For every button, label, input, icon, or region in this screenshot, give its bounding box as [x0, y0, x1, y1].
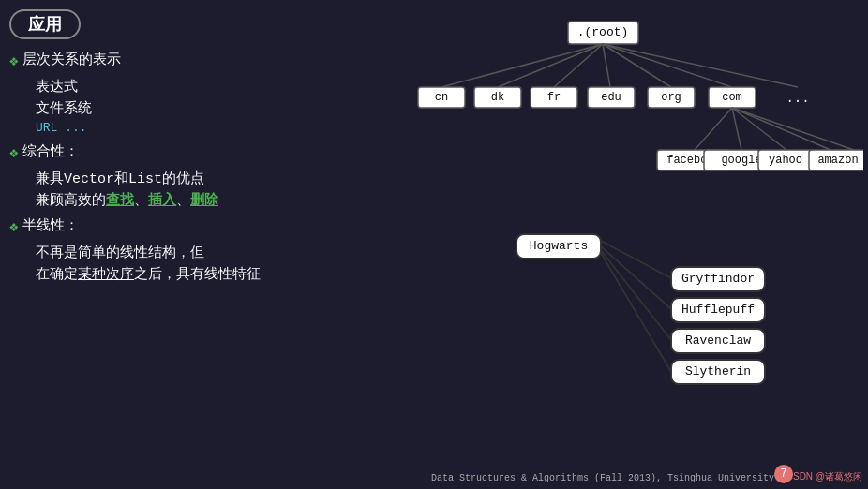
tree-diagram: .(root) cn dk fr	[404, 5, 863, 482]
root-node-text: .(root)	[577, 25, 629, 39]
highlight-delete: 删除	[190, 193, 218, 209]
svg-line-2	[498, 44, 603, 87]
svg-line-25	[601, 246, 671, 309]
footer-text: Data Structures & Algorithms (Fall 2013)…	[431, 473, 774, 483]
ravenclaw-node: Ravenclaw	[685, 333, 751, 348]
l2-google: google	[721, 154, 761, 167]
bullet-1: ❖ 层次关系的表示	[9, 51, 403, 70]
svg-line-5	[603, 44, 671, 87]
slide: 应用 ❖ 层次关系的表示 表达式 文件系统 URL ... ❖ 综合性： 兼具V…	[0, 0, 868, 489]
highlight-order: 某种次序	[78, 267, 134, 283]
svg-line-14	[695, 108, 732, 150]
highlight-insert: 插入	[148, 193, 176, 209]
sub-item-1-2: 文件系统	[36, 99, 403, 117]
l1-com: com	[722, 91, 742, 104]
watermark: CSDN @诸葛悠闲	[786, 470, 862, 483]
l1-fr: fr	[547, 91, 561, 104]
svg-line-26	[601, 250, 671, 340]
sub-item-3-1: 不再是简单的线性结构，但	[36, 244, 403, 261]
gryffindor-node: Gryffindor	[681, 272, 755, 286]
svg-line-4	[603, 44, 610, 87]
l2-dots: ...	[846, 153, 863, 168]
l1-org: org	[661, 91, 681, 104]
l2-yahoo: yahoo	[769, 154, 802, 167]
slytherin-node: Slytherin	[685, 364, 751, 378]
sub-item-3-2: 在确定某种次序之后，具有线性特征	[36, 265, 403, 283]
l1-dk: dk	[491, 91, 504, 104]
l1-cn: cn	[435, 91, 448, 104]
svg-line-17	[732, 108, 831, 150]
sub-item-1-3: URL ...	[36, 121, 403, 135]
title: 应用	[28, 16, 62, 35]
svg-line-18	[732, 108, 854, 150]
hufflepuff-node: Hufflepuff	[681, 303, 755, 317]
title-box: 应用	[9, 9, 81, 39]
sub-item-2-1: 兼具Vector和List的优点	[36, 170, 403, 187]
left-panel: 应用 ❖ 层次关系的表示 表达式 文件系统 URL ... ❖ 综合性： 兼具V…	[9, 9, 403, 287]
hogwarts-node: Hogwarts	[530, 239, 588, 253]
bullet-2-text: 综合性：	[22, 142, 79, 160]
l1-dots: ...	[786, 91, 809, 106]
bullet-3: ❖ 半线性：	[9, 216, 403, 236]
svg-line-24	[601, 241, 671, 278]
bullet-2: ❖ 综合性：	[9, 142, 403, 162]
sub-item-2-2: 兼顾高效的查找、插入、删除	[36, 191, 403, 209]
svg-line-27	[601, 253, 671, 372]
sub-item-1-1: 表达式	[36, 78, 403, 96]
bullet-symbol-2: ❖	[9, 143, 19, 162]
right-panel: .(root) cn dk fr	[404, 5, 863, 482]
highlight-find: 查找	[106, 193, 134, 209]
l1-edu: edu	[601, 91, 621, 104]
bullet-symbol-3: ❖	[9, 217, 19, 236]
bullet-symbol-1: ❖	[9, 52, 19, 70]
svg-line-7	[603, 44, 798, 87]
svg-line-6	[603, 44, 732, 87]
bullet-3-text: 半线性：	[22, 216, 79, 234]
bullet-1-text: 层次关系的表示	[22, 51, 121, 68]
